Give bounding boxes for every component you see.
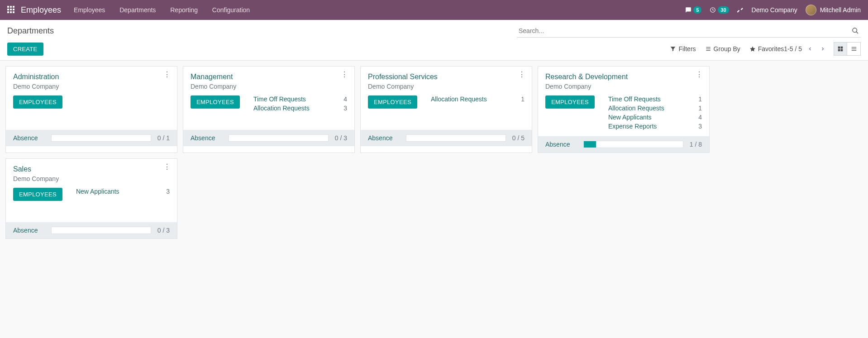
department-card[interactable]: ⋮AdministrationDemo CompanyEMPLOYEESAbse… [5,66,177,153]
absence-ratio: 0 / 1 [157,134,170,142]
card-link-count: 1 [521,95,525,103]
absence-label[interactable]: Absence [191,134,222,142]
company-switcher[interactable]: Demo Company [752,6,797,14]
department-card[interactable]: ⋮Research & DevelopmentDemo CompanyEMPLO… [538,66,710,153]
search-input[interactable] [517,24,850,37]
view-switcher [834,42,861,56]
absence-label[interactable]: Absence [545,141,577,148]
absence-label[interactable]: Absence [368,134,400,142]
apps-menu-icon[interactable] [7,6,15,14]
filters-menu[interactable]: Filters [670,45,696,52]
card-company: Demo Company [191,83,347,90]
employees-button[interactable]: EMPLOYEES [545,95,595,109]
card-footer: Absence0 / 5 [361,130,532,146]
menu-reporting[interactable]: Reporting [170,6,198,14]
card-link-label: Expense Reports [608,123,657,130]
card-link-label: Time Off Requests [608,95,661,103]
card-body: ⋮AdministrationDemo CompanyEMPLOYEES [6,67,177,130]
kanban-view-button[interactable] [834,42,847,56]
search-bar[interactable] [517,24,861,38]
card-link[interactable]: New Applicants4 [608,114,702,121]
svg-point-1 [853,28,857,32]
user-name: Mitchell Admin [820,6,861,14]
messages-badge: 5 [693,6,701,14]
absence-progress [229,134,329,142]
employees-button[interactable]: EMPLOYEES [191,95,240,109]
card-link-count: 4 [343,95,347,103]
pager-value[interactable]: 1-5 / 5 [784,45,802,52]
menu-configuration[interactable]: Configuration [212,6,250,14]
absence-progress-fill [584,141,596,148]
chat-icon [685,7,692,13]
card-company: Demo Company [545,83,702,90]
pager-next[interactable] [818,44,827,53]
card-link[interactable]: Time Off Requests1 [608,95,702,103]
menu-employees[interactable]: Employees [74,6,105,14]
card-menu-icon[interactable]: ⋮ [516,71,527,78]
card-menu-icon[interactable]: ⋮ [339,71,350,78]
card-link-count: 3 [698,123,702,130]
pager-prev[interactable] [806,44,815,53]
systray: 5 30 Demo Company Mitchell Admin [685,5,861,15]
card-menu-icon[interactable]: ⋮ [162,163,172,171]
card-link-count: 3 [343,105,347,112]
employees-button[interactable]: EMPLOYEES [13,95,62,109]
card-link[interactable]: New Applicants3 [76,188,170,195]
chevron-left-icon [807,46,813,52]
card-footer: Absence0 / 3 [6,222,177,238]
absence-ratio: 1 / 8 [690,141,702,148]
employees-button[interactable]: EMPLOYEES [13,188,62,201]
card-body: ⋮ManagementDemo CompanyEMPLOYEESTime Off… [183,67,354,130]
menu-departments[interactable]: Departments [119,6,156,14]
wrench-icon [737,7,744,13]
app-brand[interactable]: Employees [21,5,61,15]
card-menu-icon[interactable]: ⋮ [694,71,705,78]
list-view-icon [851,46,857,52]
svg-rect-8 [838,49,840,52]
card-link[interactable]: Time Off Requests4 [253,95,347,103]
department-card[interactable]: ⋮ManagementDemo CompanyEMPLOYEESTime Off… [183,66,355,153]
employees-button[interactable]: EMPLOYEES [368,95,417,109]
svg-rect-9 [841,49,843,52]
card-link[interactable]: Expense Reports3 [608,123,702,130]
card-title[interactable]: Sales [13,165,170,173]
messages-tray[interactable]: 5 [685,6,701,14]
avatar-icon [806,5,816,15]
card-body: ⋮SalesDemo CompanyEMPLOYEESNew Applicant… [6,159,177,222]
absence-progress [406,134,506,142]
create-button[interactable]: CREATE [7,43,43,56]
absence-progress [51,134,151,142]
department-card[interactable]: ⋮Professional ServicesDemo CompanyEMPLOY… [360,66,532,153]
card-menu-icon[interactable]: ⋮ [162,71,172,78]
kanban-icon [837,46,844,52]
control-panel: Departments CREATE Filters Group By Favo… [0,20,868,61]
card-title[interactable]: Professional Services [368,73,525,81]
list-view-button[interactable] [847,42,861,56]
card-title[interactable]: Administration [13,73,170,81]
favorites-menu[interactable]: Favorites [749,45,784,52]
user-menu[interactable]: Mitchell Admin [806,5,861,15]
card-link[interactable]: Allocation Requests3 [253,105,347,112]
groupby-menu[interactable]: Group By [705,45,740,52]
card-footer: Absence0 / 1 [6,130,177,146]
card-title[interactable]: Management [191,73,347,81]
absence-ratio: 0 / 5 [512,134,525,142]
activities-tray[interactable]: 30 [710,6,729,14]
absence-label[interactable]: Absence [13,227,45,234]
debug-tray[interactable] [737,7,744,13]
svg-rect-7 [841,47,843,49]
absence-label[interactable]: Absence [13,134,45,142]
card-link-count: 1 [698,95,702,103]
company-name: Demo Company [752,6,797,14]
kanban-container: ⋮AdministrationDemo CompanyEMPLOYEESAbse… [0,61,868,244]
card-link-label: Allocation Requests [253,105,310,112]
svg-rect-6 [838,47,840,49]
card-link[interactable]: Allocation Requests1 [431,95,525,103]
department-card[interactable]: ⋮SalesDemo CompanyEMPLOYEESNew Applicant… [5,158,177,239]
card-link-count: 4 [698,114,702,121]
star-icon [749,46,756,52]
search-icon[interactable] [850,25,861,36]
top-navbar: Employees Employees Departments Reportin… [0,0,868,20]
card-title[interactable]: Research & Development [545,73,702,81]
card-link[interactable]: Allocation Requests1 [608,105,702,112]
